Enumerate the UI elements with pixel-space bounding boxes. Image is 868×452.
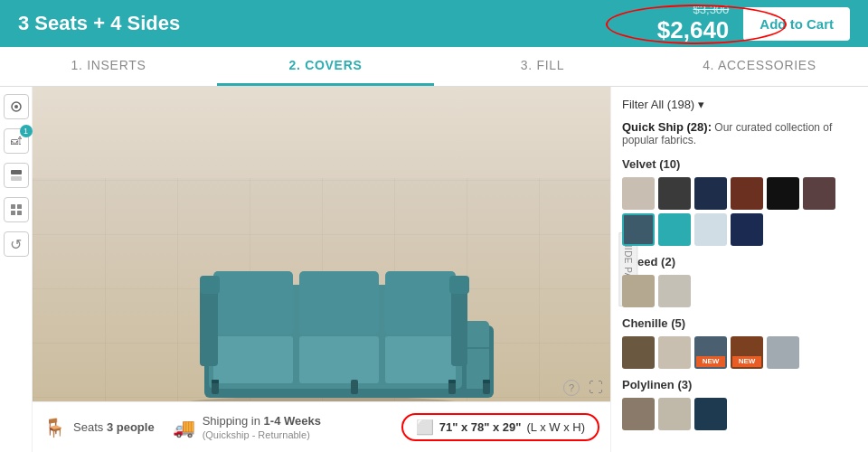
quick-ship-row: Quick Ship (28): Our curated collection …: [622, 120, 857, 146]
dimensions-box: ⬜ 71" x 78" x 29" (L x W x H): [401, 413, 599, 441]
view-icon[interactable]: [4, 94, 29, 119]
pieces-icon[interactable]: 🛋 1: [4, 128, 29, 154]
tab-fill[interactable]: 3. FILL: [434, 47, 651, 86]
tweed-section-title: Tweed (2): [622, 255, 857, 268]
svg-rect-26: [212, 380, 219, 383]
svg-rect-3: [11, 176, 22, 181]
velvet-swatch-10[interactable]: [731, 213, 763, 246]
velvet-swatch-3[interactable]: [694, 177, 727, 210]
svg-rect-20: [200, 285, 218, 366]
add-to-cart-button[interactable]: Add to Cart: [743, 7, 850, 41]
grid-icon[interactable]: [4, 197, 29, 222]
tab-covers[interactable]: 2. COVERS: [217, 47, 434, 86]
svg-rect-22: [451, 285, 467, 366]
velvet-swatch-4[interactable]: [731, 177, 763, 210]
polylinen-swatch-3[interactable]: [694, 398, 727, 430]
velvet-swatches: [622, 177, 857, 246]
page-title: 3 Seats + 4 Sides: [18, 12, 180, 35]
svg-point-1: [14, 105, 18, 108]
svg-rect-15: [299, 271, 379, 334]
tabs-bar: 1. INSERTS 2. COVERS 3. FILL 4. ACCESSOR…: [0, 47, 868, 87]
dimensions-unit: (L x W x H): [526, 420, 585, 434]
svg-rect-16: [385, 271, 456, 334]
sofa-visualization: [150, 199, 494, 398]
seats-info: 🪑 Seats 3 people: [43, 417, 155, 438]
tweed-swatch-1[interactable]: [622, 275, 655, 307]
chenille-swatch-4[interactable]: NEW: [731, 336, 763, 369]
velvet-swatch-8[interactable]: [658, 213, 691, 246]
chenille-swatch-3[interactable]: NEW: [694, 336, 727, 369]
svg-rect-2: [11, 170, 22, 174]
filter-row[interactable]: Filter All (198) ▾: [622, 98, 857, 111]
svg-rect-7: [17, 211, 22, 215]
tweed-swatch-2[interactable]: [658, 275, 691, 307]
filter-label: Filter All (198): [622, 98, 694, 111]
svg-rect-27: [448, 380, 456, 383]
dimension-icon: ⬜: [416, 419, 434, 436]
current-price: $2,640: [657, 16, 730, 44]
velvet-swatch-1[interactable]: [622, 177, 655, 210]
polylinen-section-title: Polylinen (3): [622, 378, 857, 391]
polylinen-swatches: [622, 398, 857, 430]
layout-icon[interactable]: [4, 163, 29, 188]
truck-icon: 🚚: [173, 417, 195, 438]
svg-rect-21: [200, 276, 220, 294]
chenille-swatch-2[interactable]: [658, 336, 691, 369]
polylinen-swatch-2[interactable]: [658, 398, 691, 430]
dimensions-value: 71" x 78" x 29": [439, 420, 522, 434]
velvet-swatch-2[interactable]: [658, 177, 691, 210]
tweed-swatches: [622, 275, 857, 307]
svg-rect-18: [299, 336, 379, 383]
person-icon: 🪑: [43, 417, 66, 438]
velvet-swatch-9[interactable]: [694, 213, 727, 246]
tab-inserts[interactable]: 1. INSERTS: [0, 47, 217, 86]
svg-rect-23: [449, 276, 469, 294]
filter-chevron: ▾: [698, 98, 704, 111]
shipping-sub: (Quickship - Returnable): [203, 429, 310, 440]
chenille-section-title: Chenille (5): [622, 316, 857, 330]
left-toolbar: 🛋 1 ↺: [0, 87, 33, 452]
main-area: 🛋 1 ↺: [0, 87, 868, 452]
chenille-swatches: NEW NEW: [622, 336, 857, 369]
svg-rect-5: [17, 204, 22, 209]
quick-ship-label: Quick Ship (28):: [622, 120, 712, 134]
new-badge: NEW: [732, 356, 761, 367]
help-icon[interactable]: ?: [563, 380, 580, 396]
svg-rect-17: [213, 336, 293, 383]
svg-rect-29: [483, 380, 490, 383]
velvet-swatch-6[interactable]: [803, 177, 835, 210]
velvet-section-title: Velvet (10): [622, 157, 857, 171]
reset-icon[interactable]: ↺: [4, 231, 29, 257]
svg-rect-19: [385, 336, 456, 383]
original-price: $3,300: [693, 3, 730, 16]
bottom-bar: 🪑 Seats 3 people 🚚 Shipping in 1-4 Weeks…: [33, 401, 610, 452]
chenille-swatch-1[interactable]: [622, 336, 655, 369]
shipping-info: 🚚 Shipping in 1-4 Weeks (Quickship - Ret…: [173, 414, 321, 441]
shipping-time: 1-4 Weeks: [264, 414, 321, 428]
canvas-area: ? ⛶ 🪑 Seats 3 people 🚚 Shipping in 1-4 W…: [33, 87, 610, 452]
tab-accessories[interactable]: 4. ACCESSORIES: [651, 47, 868, 86]
expand-icon[interactable]: ⛶: [589, 380, 603, 396]
new-badge: NEW: [696, 356, 725, 367]
svg-rect-4: [11, 204, 15, 209]
svg-rect-30: [351, 380, 358, 394]
chenille-swatch-5[interactable]: [767, 336, 799, 369]
polylinen-swatch-1[interactable]: [622, 398, 655, 430]
header-right: $3,300 $2,640 Add to Cart: [657, 3, 850, 44]
velvet-swatch-7[interactable]: [622, 213, 655, 246]
right-panel: HIDE PANEL Filter All (198) ▾ Quick Ship…: [610, 87, 868, 452]
seats-count: 3 people: [107, 420, 155, 434]
price-area: $3,300 $2,640: [657, 3, 730, 44]
velvet-swatch-5[interactable]: [767, 177, 799, 210]
svg-rect-6: [11, 211, 15, 215]
svg-rect-14: [213, 271, 293, 334]
header: 3 Seats + 4 Sides $3,300 $2,640 Add to C…: [0, 0, 868, 47]
